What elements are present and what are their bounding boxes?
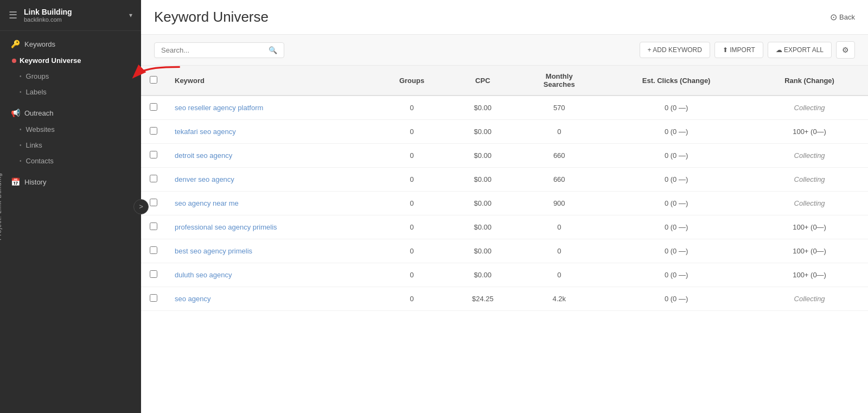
row-groups: 0	[375, 239, 449, 263]
sidebar-item-keyword-universe[interactable]: Keyword Universe	[0, 53, 141, 68]
row-checkbox[interactable]	[150, 246, 157, 254]
sidebar-item-outreach[interactable]: 📢 Outreach	[0, 104, 141, 122]
row-checkbox[interactable]	[150, 103, 157, 111]
sidebar-header[interactable]: ☰ Link Building backlinko.com ▾	[0, 0, 141, 31]
sidebar-item-contacts[interactable]: • Contacts	[0, 153, 141, 169]
settings-icon: ⚙	[842, 46, 849, 54]
dot-icon: •	[20, 126, 22, 132]
keyword-link[interactable]: denver seo agency	[175, 175, 234, 183]
row-groups: 0	[375, 168, 449, 192]
sidebar-item-labels[interactable]: • Labels	[0, 84, 141, 100]
dot-icon: •	[20, 142, 22, 148]
table-row: seo reseller agency platform 0 $0.00 570…	[141, 96, 868, 120]
sidebar-item-label: Websites	[26, 125, 55, 134]
settings-button[interactable]: ⚙	[836, 41, 855, 59]
table-container: Keyword Groups CPC MonthlySearches Est. …	[141, 66, 868, 413]
col-monthly-searches: MonthlySearches	[516, 66, 602, 96]
add-keyword-button[interactable]: + ADD KEYWORD	[640, 42, 710, 58]
table-row: duluth seo agency 0 $0.00 0 0 (0 —) 100+…	[141, 263, 868, 287]
keyword-link[interactable]: duluth seo agency	[175, 271, 232, 279]
sidebar-collapse-button[interactable]: >	[133, 199, 149, 214]
search-input[interactable]	[161, 46, 264, 54]
row-est-clicks: 0 (0 —)	[602, 96, 751, 120]
page-title: Keyword Universe	[154, 9, 269, 26]
row-est-clicks: 0 (0 —)	[602, 215, 751, 239]
row-est-clicks: 0 (0 —)	[602, 168, 751, 192]
row-checkbox[interactable]	[150, 175, 157, 182]
row-groups: 0	[375, 263, 449, 287]
row-monthly-searches: 0	[516, 215, 602, 239]
table-row: professional seo agency primelis 0 $0.00…	[141, 215, 868, 239]
row-rank: Collecting	[751, 144, 868, 168]
sidebar-item-websites[interactable]: • Websites	[0, 122, 141, 137]
row-est-clicks: 0 (0 —)	[602, 287, 751, 311]
col-rank: Rank (Change)	[751, 66, 868, 96]
row-monthly-searches: 0	[516, 263, 602, 287]
sidebar-item-label: Keywords	[24, 40, 55, 48]
row-rank: 100+ (0—)	[751, 263, 868, 287]
table-row: tekafari seo agency 0 $0.00 0 0 (0 —) 10…	[141, 120, 868, 144]
row-est-clicks: 0 (0 —)	[602, 144, 751, 168]
col-keyword: Keyword	[166, 66, 375, 96]
row-groups: 0	[375, 144, 449, 168]
row-checkbox[interactable]	[150, 270, 157, 278]
row-checkbox[interactable]	[150, 151, 157, 158]
keyword-link[interactable]: best seo agency primelis	[175, 247, 252, 255]
row-groups: 0	[375, 215, 449, 239]
sidebar-item-history[interactable]: 📅 History	[0, 173, 141, 190]
sidebar-item-links[interactable]: • Links	[0, 137, 141, 153]
row-checkbox[interactable]	[150, 127, 157, 135]
keyword-link[interactable]: seo agency	[175, 295, 211, 303]
row-keyword: seo reseller agency platform	[166, 96, 375, 120]
row-checkbox[interactable]	[150, 294, 157, 302]
keyword-link[interactable]: professional seo agency primelis	[175, 223, 277, 231]
keywords-table: Keyword Groups CPC MonthlySearches Est. …	[141, 66, 868, 311]
col-est-clicks: Est. Clicks (Change)	[602, 66, 751, 96]
row-checkbox-cell	[141, 287, 166, 311]
table-row: seo agency 0 $24.25 4.2k 0 (0 —) Collect…	[141, 287, 868, 311]
back-icon: ⊙	[830, 12, 837, 22]
export-all-button[interactable]: ☁ EXPORT ALL	[768, 42, 832, 58]
main-header: Keyword Universe ⊙ Back	[141, 0, 868, 35]
col-checkbox	[141, 66, 166, 96]
row-checkbox-cell	[141, 96, 166, 120]
sidebar-item-keywords[interactable]: 🔑 Keywords	[0, 35, 141, 53]
row-checkbox[interactable]	[150, 223, 157, 230]
row-est-clicks: 0 (0 —)	[602, 239, 751, 263]
row-groups: 0	[375, 96, 449, 120]
sidebar-nav: 🔑 Keywords Keyword Universe • Groups • L…	[0, 31, 141, 413]
row-monthly-searches: 4.2k	[516, 287, 602, 311]
col-groups: Groups	[375, 66, 449, 96]
keyword-link[interactable]: detroit seo agency	[175, 151, 232, 160]
select-all-checkbox[interactable]	[150, 76, 157, 84]
row-cpc: $0.00	[449, 120, 516, 144]
row-rank: 100+ (0—)	[751, 215, 868, 239]
row-checkbox-cell	[141, 144, 166, 168]
row-monthly-searches: 570	[516, 96, 602, 120]
sidebar-item-label: Groups	[26, 72, 49, 80]
row-rank: 100+ (0—)	[751, 120, 868, 144]
row-cpc: $0.00	[449, 168, 516, 192]
row-checkbox-cell	[141, 239, 166, 263]
back-button[interactable]: ⊙ Back	[830, 12, 855, 22]
row-checkbox-cell	[141, 168, 166, 192]
keyword-link[interactable]: seo reseller agency platform	[175, 104, 263, 112]
row-keyword: denver seo agency	[166, 168, 375, 192]
sidebar-item-groups[interactable]: • Groups	[0, 68, 141, 84]
row-monthly-searches: 0	[516, 120, 602, 144]
keyword-link[interactable]: seo agency near me	[175, 199, 239, 207]
import-button[interactable]: ⬆ IMPORT	[714, 42, 763, 58]
row-groups: 0	[375, 120, 449, 144]
search-box[interactable]: 🔍	[154, 42, 284, 58]
key-icon: 🔑	[11, 40, 20, 48]
toolbar: 🔍 + ADD KEYWORD ⬆ IMPORT ☁ EXPORT ALL ⚙	[141, 35, 868, 66]
row-checkbox[interactable]	[150, 199, 157, 206]
row-keyword: tekafari seo agency	[166, 120, 375, 144]
row-keyword: seo agency near me	[166, 192, 375, 215]
row-cpc: $0.00	[449, 96, 516, 120]
row-monthly-searches: 900	[516, 192, 602, 215]
keyword-link[interactable]: tekafari seo agency	[175, 128, 236, 136]
table-body: seo reseller agency platform 0 $0.00 570…	[141, 96, 868, 311]
row-cpc: $0.00	[449, 144, 516, 168]
search-icon: 🔍	[269, 46, 277, 54]
